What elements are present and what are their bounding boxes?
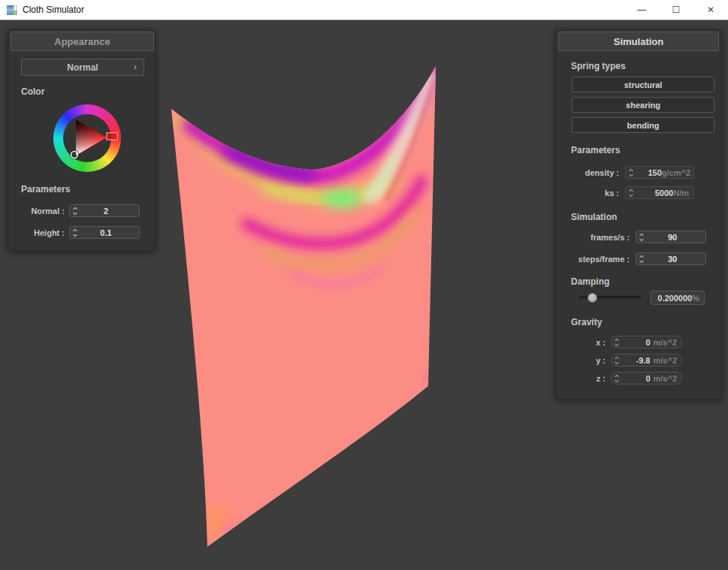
height-param-value[interactable]: 0.1	[80, 228, 131, 237]
window-title: Cloth Simulator	[23, 5, 84, 15]
normal-param-label: Normal :	[8, 207, 65, 216]
gravity-z-field[interactable]: 0 m/s^2	[611, 372, 682, 385]
ks-label: ks :	[556, 188, 619, 198]
simulation-panel: Simulation Spring types structural shear…	[555, 29, 722, 400]
damping-label: Damping	[571, 276, 609, 287]
minimize-button[interactable]: —	[624, 0, 659, 20]
shader-mode-dropdown[interactable]: Normal ›	[21, 59, 144, 76]
color-section-label: Color	[21, 86, 44, 97]
stepper-icon[interactable]	[636, 254, 647, 264]
close-button[interactable]: ✕	[693, 0, 728, 20]
gravity-y-field[interactable]: -9.8 m/s^2	[611, 354, 682, 366]
stepper-icon[interactable]	[626, 167, 636, 178]
gravity-y-value[interactable]: -9.8	[622, 356, 651, 365]
stepper-icon[interactable]	[612, 355, 622, 366]
gravity-x-label: x :	[556, 338, 606, 347]
density-value[interactable]: 150	[636, 168, 662, 177]
maximize-button[interactable]: ☐	[659, 0, 693, 20]
structural-spring-button[interactable]: structural	[572, 77, 714, 92]
normal-param-value[interactable]: 2	[80, 207, 131, 216]
frames-field[interactable]: 90	[636, 231, 706, 243]
window-controls: — ☐ ✕	[624, 0, 728, 20]
appearance-parameters-label: Parameters	[21, 184, 70, 195]
density-field[interactable]: 150 g/cm^2	[625, 166, 694, 179]
gravity-label: Gravity	[571, 317, 602, 327]
gravity-x-value[interactable]: 0	[622, 338, 651, 347]
title-bar: Cloth Simulator — ☐ ✕	[0, 0, 728, 20]
damping-value[interactable]: 0.200000	[651, 294, 692, 303]
steps-label: steps/frame :	[556, 255, 630, 264]
steps-field[interactable]: 30	[636, 252, 706, 265]
color-wheel[interactable]	[53, 104, 121, 172]
normal-param-field[interactable]: 2	[69, 204, 140, 217]
appearance-panel: Appearance Normal › Color	[8, 29, 156, 251]
ks-field[interactable]: 5000 N/m	[625, 186, 694, 199]
stepper-icon[interactable]	[636, 232, 647, 243]
hue-selector[interactable]	[107, 133, 117, 140]
height-param-label: Height :	[8, 228, 65, 237]
gravity-z-value[interactable]: 0	[622, 374, 651, 383]
stepper-icon[interactable]	[626, 188, 636, 198]
spring-types-label: Spring types	[571, 61, 626, 71]
ks-unit: N/m	[673, 188, 693, 198]
viewport[interactable]: Appearance Normal › Color	[0, 20, 728, 570]
sim-simulation-label: Simulation	[571, 212, 617, 222]
stepper-icon[interactable]	[612, 337, 622, 348]
stepper-icon[interactable]	[70, 206, 80, 216]
height-param-field[interactable]: 0.1	[69, 226, 140, 239]
sim-parameters-label: Parameters	[571, 145, 620, 155]
damping-slider-handle[interactable]	[588, 293, 597, 303]
bending-spring-button[interactable]: bending	[572, 117, 714, 133]
gravity-x-unit: m/s^2	[651, 338, 682, 347]
gravity-z-unit: m/s^2	[651, 374, 682, 383]
appearance-panel-header[interactable]: Appearance	[11, 32, 154, 51]
stepper-icon[interactable]	[612, 373, 622, 384]
gravity-z-label: z :	[556, 374, 606, 383]
app-icon	[7, 5, 17, 15]
app-icon-green-pane	[14, 11, 17, 15]
damping-unit: %	[692, 294, 704, 303]
density-unit: g/cm^2	[662, 168, 693, 177]
gravity-x-field[interactable]: 0 m/s^2	[611, 336, 682, 348]
stepper-icon[interactable]	[70, 228, 80, 238]
steps-value[interactable]: 30	[647, 255, 698, 264]
shader-mode-label: Normal	[67, 62, 98, 73]
gravity-y-unit: m/s^2	[651, 356, 682, 365]
density-label: density :	[556, 168, 619, 177]
shearing-spring-button[interactable]: shearing	[572, 97, 714, 113]
chevron-right-icon: ›	[134, 62, 137, 72]
simulation-panel-header[interactable]: Simulation	[558, 32, 719, 51]
frames-value[interactable]: 90	[647, 233, 698, 242]
gravity-y-label: y :	[556, 356, 606, 365]
app-icon-blue-pane	[7, 5, 14, 15]
frames-label: frames/s :	[556, 233, 630, 242]
ks-value[interactable]: 5000	[636, 188, 673, 198]
cloth-simulator-window: Cloth Simulator — ☐ ✕	[0, 0, 728, 570]
damping-field[interactable]: 0.200000 %	[651, 291, 705, 305]
